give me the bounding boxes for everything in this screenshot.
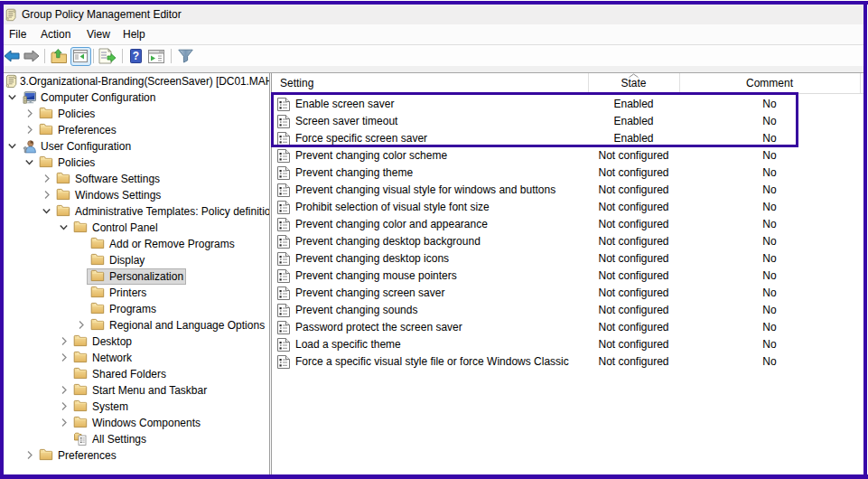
svg-text:?: ? — [133, 50, 139, 62]
